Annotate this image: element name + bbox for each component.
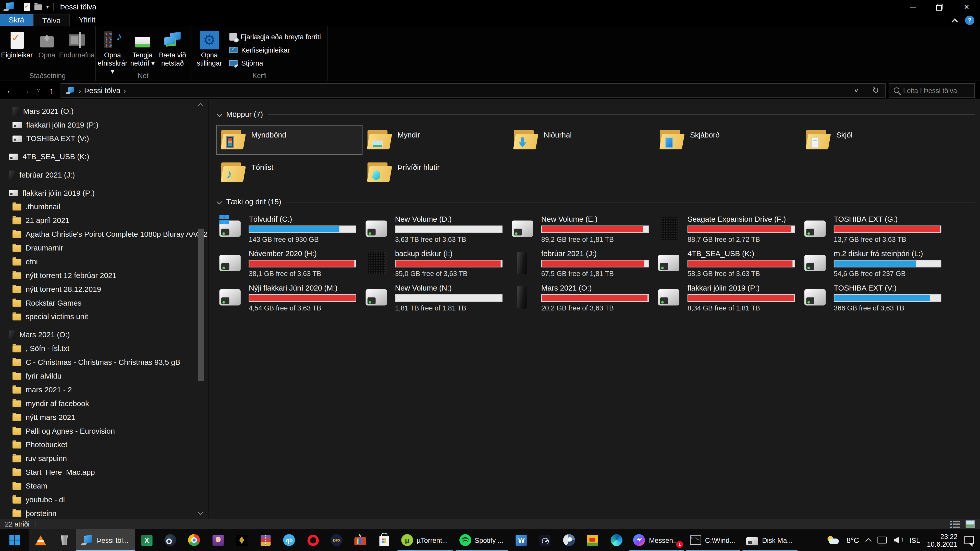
- sidebar-item[interactable]: Photobucket: [0, 438, 208, 452]
- drive-tile[interactable]: New Volume (N:) 1,81 TB free of 1,81 TB: [363, 283, 509, 313]
- recent-locations-chevron-icon[interactable]: ˅: [35, 87, 42, 94]
- taskbar-recycle-bin[interactable]: [52, 529, 76, 551]
- sidebar-item[interactable]: Mars 2021 (O:): [0, 328, 208, 342]
- folder-tile-3d-objects[interactable]: Þrívíðir hlutir: [363, 157, 509, 187]
- sidebar-item[interactable]: þorsteinn: [0, 507, 208, 519]
- taskbar-disk-management[interactable]: Disk Ma...: [741, 529, 799, 551]
- taskbar-qbittorrent[interactable]: [277, 529, 301, 551]
- sidebar-item[interactable]: flakkari jólin 2019 (P:): [0, 118, 208, 132]
- taskbar-vlc[interactable]: [29, 529, 52, 551]
- taskbar-cmd[interactable]: C:\Wind...: [685, 529, 741, 551]
- drive-tile[interactable]: 4TB_SEA_USB (K:) 58,3 GB free of 3,63 TB: [655, 248, 801, 279]
- properties-quick-icon[interactable]: [24, 3, 30, 11]
- temperature[interactable]: 8°C: [846, 536, 859, 545]
- drive-tile[interactable]: febrúar 2021 (J:) 67,5 GB free of 1,81 T…: [509, 248, 655, 279]
- drive-tile[interactable]: backup diskur (I:) 35,0 GB free of 3,63 …: [363, 248, 509, 279]
- open-settings-button[interactable]: Opna stillingar: [193, 28, 226, 69]
- drive-tile[interactable]: TOSHIBA EXT (G:) 13,7 GB free of 3,63 TB: [801, 214, 948, 245]
- sidebar-item[interactable]: Steam: [0, 479, 208, 493]
- drive-tile[interactable]: New Volume (E:) 89,2 GB free of 1,81 TB: [509, 214, 655, 245]
- sidebar-item[interactable]: nýtt torrent 12 febrúar 2021: [0, 268, 208, 283]
- drive-tile[interactable]: Mars 2021 (O:) 20,2 GB free of 3,63 TB: [509, 283, 655, 313]
- sidebar-item[interactable]: Agatha Christie's Poirot Complete 1080p …: [0, 227, 208, 241]
- clock[interactable]: 23:22 10.6.2021: [927, 533, 958, 548]
- hidden-icons-chevron-icon[interactable]: [865, 538, 871, 544]
- drive-tile[interactable]: New Volume (D:) 3,63 TB free of 3,63 TB: [363, 214, 509, 245]
- start-button[interactable]: [0, 529, 29, 551]
- collapse-section-icon[interactable]: [217, 112, 222, 117]
- taskbar-file-explorer[interactable]: Þessi töl...: [76, 529, 135, 551]
- taskbar-edge[interactable]: [605, 529, 628, 551]
- breadcrumb-chevron-icon[interactable]: ›: [79, 86, 81, 94]
- sidebar-item[interactable]: efni: [0, 255, 208, 268]
- taskbar-chrome[interactable]: [182, 529, 206, 551]
- folder-tile-pictures[interactable]: Myndir: [363, 125, 509, 155]
- uninstall-program-button[interactable]: Fjarlægja eða breyta forriti: [229, 33, 321, 41]
- taskbar-cinema4d[interactable]: [557, 529, 581, 551]
- sidebar-item[interactable]: TOSHIBA EXT (V:): [0, 132, 208, 146]
- taskbar-utorrent[interactable]: µTorrent...: [396, 529, 454, 551]
- minimize-button[interactable]: [899, 0, 926, 14]
- taskbar-speedtest[interactable]: [533, 529, 557, 551]
- close-button[interactable]: ×: [953, 0, 980, 14]
- taskbar-ms-store[interactable]: [372, 529, 396, 551]
- drive-tile[interactable]: Seagate Expansion Drive (F:) 88,7 GB fre…: [655, 214, 801, 245]
- sidebar-item[interactable]: Palli og Agnes - Eurovision: [0, 424, 208, 438]
- taskbar-dfx[interactable]: [325, 529, 348, 551]
- action-center-icon[interactable]: [964, 536, 974, 544]
- sidebar-item[interactable]: , Söfn - ísl.txt: [0, 342, 208, 356]
- sidebar-item[interactable]: 4TB_SEA_USB (K:): [0, 150, 208, 164]
- breadcrumb-chevron-icon[interactable]: ›: [124, 86, 126, 94]
- search-box[interactable]: [889, 83, 975, 98]
- taskbar-word[interactable]: [510, 529, 533, 551]
- taskbar-tv-app[interactable]: [348, 529, 372, 551]
- manage-button[interactable]: Stjórna: [229, 59, 321, 67]
- sidebar-item[interactable]: .thumbnail: [0, 200, 208, 214]
- sidebar-item[interactable]: fyrir alvildu: [0, 369, 208, 383]
- help-icon[interactable]: ?: [965, 16, 974, 25]
- breadcrumb[interactable]: Þessi tölva: [84, 86, 121, 95]
- restore-button[interactable]: [926, 0, 953, 14]
- sidebar-scrollbar[interactable]: [198, 229, 204, 381]
- taskbar-spotify[interactable]: Spotify ...: [454, 529, 510, 551]
- folder-tile-documents[interactable]: Skjöl: [801, 125, 948, 155]
- tab-view[interactable]: Yfirlit: [70, 14, 104, 26]
- sidebar-item[interactable]: ruv sarpuinn: [0, 452, 208, 465]
- sidebar-item[interactable]: Start_Here_Mac.app: [0, 465, 208, 479]
- forward-icon[interactable]: →: [19, 85, 32, 95]
- access-media-button[interactable]: Opna efnisskrár ▾: [97, 28, 127, 69]
- sidebar-item[interactable]: flakkari jólin 2019 (P:): [0, 186, 208, 200]
- customize-quick-access-chevron-icon[interactable]: ▾: [46, 4, 49, 10]
- drive-tile[interactable]: flakkari jólin 2019 (P:) 8,34 GB free of…: [655, 283, 801, 313]
- new-folder-quick-icon[interactable]: [35, 4, 42, 10]
- map-network-drive-button[interactable]: Tengja netdrif ▾: [127, 28, 158, 69]
- taskbar-winrar[interactable]: [254, 529, 277, 551]
- drive-tile[interactable]: TOSHIBA EXT (V:) 366 GB free of 3,63 TB: [801, 283, 948, 313]
- volume-icon[interactable]: [894, 537, 903, 544]
- sidebar-item[interactable]: Rockstar Games: [0, 296, 208, 310]
- drive-tile[interactable]: Nýji flakkari Júní 2020 (M:) 4,54 GB fre…: [216, 283, 363, 313]
- drive-tile[interactable]: Nóvember 2020 (H:) 38,1 GB free of 3,63 …: [216, 248, 363, 279]
- folder-tile-downloads[interactable]: Niðurhal: [509, 125, 655, 155]
- sidebar-item[interactable]: nýtt mars 2021: [0, 410, 208, 424]
- collapse-section-icon[interactable]: [217, 199, 222, 205]
- collapse-ribbon-icon[interactable]: [952, 18, 958, 24]
- language-indicator[interactable]: ISL: [910, 536, 920, 544]
- system-properties-button[interactable]: Kerfiseiginleikar: [229, 46, 321, 54]
- address-dropdown-icon[interactable]: ˅: [848, 83, 864, 97]
- large-icons-view-icon[interactable]: [966, 520, 975, 528]
- taskbar-farming-sim[interactable]: [581, 529, 605, 551]
- sidebar-item[interactable]: 21 apríl 2021: [0, 214, 208, 227]
- address-bar[interactable]: › Þessi tölva › ˅ ↻: [61, 83, 886, 98]
- weather-icon[interactable]: [827, 536, 840, 545]
- sidebar-item[interactable]: youtube - dl: [0, 493, 208, 507]
- drive-tile[interactable]: m.2 diskur frá steinþóri (L:) 54,6 GB fr…: [801, 248, 948, 279]
- open-button[interactable]: Opna: [32, 28, 62, 69]
- sidebar-item[interactable]: febrúar 2021 (J:): [0, 168, 208, 182]
- sidebar-item[interactable]: Draumarnir: [0, 241, 208, 255]
- taskbar-gold-emblem-app[interactable]: [230, 529, 254, 551]
- taskbar-steam[interactable]: [159, 529, 182, 551]
- add-network-location-button[interactable]: Bæta við netstað: [158, 28, 188, 69]
- sidebar-item[interactable]: mars 2021 - 2: [0, 383, 208, 397]
- folder-tile-music[interactable]: Tónlist: [216, 157, 363, 187]
